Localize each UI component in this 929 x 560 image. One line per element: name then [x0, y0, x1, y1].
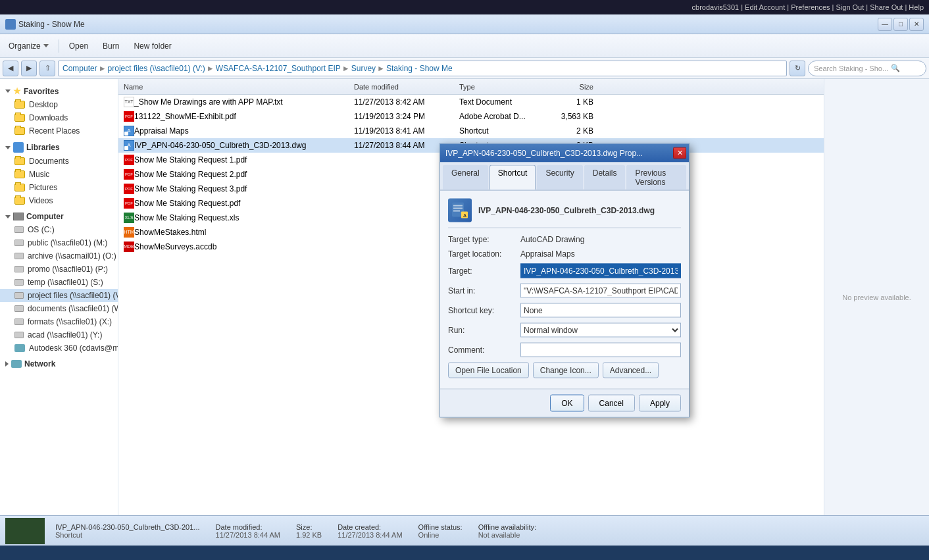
open-file-location-button[interactable]: Open File Location [448, 362, 529, 378]
apply-button[interactable]: Apply [639, 394, 681, 411]
pdf-icon: PDF [124, 155, 134, 165]
forward-button[interactable]: ▶ [21, 61, 37, 76]
address-path[interactable]: Computer ► project files (\\sacfile01) (… [58, 61, 787, 76]
back-button[interactable]: ◀ [3, 61, 18, 76]
search-box[interactable]: Search Staking - Sho... 🔍 [808, 61, 926, 76]
sidebar-item-temp-s[interactable]: temp (\\sacfile01) (S:) [0, 276, 118, 289]
sidebar-favorites-header[interactable]: ★ Favorites [0, 84, 118, 98]
file-name-cell: PDF Show Me Staking Request.pdf [118, 198, 349, 209]
start-in-input[interactable] [520, 283, 681, 297]
dialog-target-location-row: Target location: Appraisal Maps [448, 249, 681, 258]
sidebar-item-project-v[interactable]: project files (\\sacfile01) (V:) [0, 289, 118, 302]
change-icon-button[interactable]: Change Icon... [533, 362, 599, 378]
shortcut-key-input[interactable] [520, 303, 681, 317]
comment-input[interactable] [520, 342, 681, 357]
file-item[interactable]: PDF 131122_ShowME-Exhibit.pdf 11/19/2013… [118, 109, 824, 124]
file-name: ShowMeSurveys.accdb [134, 242, 216, 251]
status-offline-avail: Offline availability: Not available [478, 523, 536, 539]
file-item[interactable]: A Appraisal Maps 11/19/2013 8:41 AM Shor… [118, 124, 824, 138]
pdf-icon: PDF [124, 169, 134, 180]
svg-rect-1 [453, 205, 463, 206]
sidebar-item-downloads[interactable]: Downloads [0, 111, 118, 124]
status-date-modified: Date modified: 11/27/2013 8:44 AM [216, 523, 280, 539]
dialog-target-row: Target: [448, 263, 681, 278]
sidebar-item-os-c[interactable]: OS (C:) [0, 223, 118, 236]
close-button[interactable]: ✕ [909, 18, 924, 31]
tab-security[interactable]: Security [537, 165, 582, 190]
file-size-cell: 2 KB [546, 126, 599, 136]
dialog-title: IVP_APN-046-230-050_Culbreth_C3D-2013.dw… [445, 148, 643, 157]
top-bar: cbrodavis5301 | Edit Account | Preferenc… [0, 0, 929, 14]
file-name: IVP_APN-046-230-050_Culbreth_C3D-2013.dw… [134, 141, 307, 150]
sidebar-item-promo-p[interactable]: promo (\\sacfile01) (P:) [0, 263, 118, 276]
ok-button[interactable]: OK [550, 394, 584, 411]
sidebar-item-videos[interactable]: Videos [0, 194, 118, 207]
path-drive[interactable]: project files (\\sacfile01) (V:) [108, 64, 205, 73]
path-project[interactable]: WSAFCA-SA-12107_Southport EIP [216, 64, 341, 73]
tab-details[interactable]: Details [584, 165, 626, 190]
file-size-cell: 3,563 KB [546, 112, 599, 121]
dialog-close-button[interactable]: ✕ [673, 147, 686, 159]
top-bar-text: cbrodavis5301 | Edit Account | Preferenc… [692, 3, 924, 11]
sidebar-item-autodesk[interactable]: Autodesk 360 (cdavis@markthomas.com) [0, 342, 118, 355]
sidebar-item-desktop[interactable]: Desktop [0, 98, 118, 111]
title-controls: — □ ✕ [878, 18, 924, 31]
organize-button[interactable]: Organize [3, 38, 55, 55]
file-name-cell: XLS Show Me Staking Request.xls [118, 213, 349, 223]
path-staking[interactable]: Staking - Show Me [386, 64, 453, 73]
sidebar-item-pictures[interactable]: Pictures [0, 181, 118, 194]
sidebar-item-acad-y[interactable]: acad (\\sacfile01) (Y:) [0, 328, 118, 342]
sidebar-item-formats-x[interactable]: formats (\\sacfile01) (X:) [0, 315, 118, 328]
tab-general[interactable]: General [443, 165, 488, 190]
burn-button[interactable]: Burn [97, 38, 125, 55]
html-icon: HTM [124, 227, 134, 238]
sidebar-item-documents[interactable]: Documents [0, 155, 118, 168]
column-header-size[interactable]: Size [546, 83, 599, 91]
search-icon: 🔍 [891, 64, 900, 72]
up-button[interactable]: ⇧ [39, 61, 55, 76]
file-modified-cell: 11/27/2013 8:42 AM [349, 97, 454, 107]
file-name-cell: PDF Show Me Staking Request 3.pdf [118, 184, 349, 194]
sidebar-network-header[interactable]: Network [0, 357, 118, 370]
tab-previous-versions[interactable]: Previous Versions [626, 165, 686, 190]
xls-icon: XLS [124, 213, 134, 223]
status-size: Size: 1.92 KB [296, 523, 322, 539]
run-select[interactable]: Normal window [520, 322, 681, 337]
txt-icon: TXT [124, 97, 134, 107]
shortcut-key-label: Shortcut key: [448, 305, 520, 315]
file-name: Show Me Staking Request 1.pdf [134, 155, 247, 165]
drive-m-icon [14, 240, 24, 246]
sidebar-computer-header[interactable]: Computer [0, 210, 118, 223]
column-header-name[interactable]: Name [118, 83, 349, 91]
dialog-file-header: A IVP_APN-046-230-050_Culbreth_C3D-2013.… [448, 198, 681, 228]
new-folder-button[interactable]: New folder [128, 38, 177, 55]
status-filename: IVP_APN-046-230-050_Culbreth_C3D-201... … [55, 523, 200, 539]
path-computer[interactable]: Computer [63, 64, 97, 73]
maximize-button[interactable]: □ [893, 18, 908, 31]
search-placeholder: Search Staking - Sho... [814, 64, 888, 72]
column-header-type[interactable]: Type [454, 83, 546, 91]
column-header-modified[interactable]: Date modified [349, 83, 454, 91]
preview-panel: No preview available. [824, 79, 929, 515]
sidebar-item-public-m[interactable]: public (\\sacfile01) (M:) [0, 236, 118, 249]
sidebar-item-archive-o[interactable]: archive (\\sacmail01) (O:) [0, 249, 118, 263]
target-input[interactable] [520, 263, 681, 278]
refresh-button[interactable]: ↻ [790, 61, 805, 76]
music-folder-icon [14, 170, 25, 178]
target-label: Target: [448, 266, 520, 275]
drive-v-icon [14, 292, 24, 299]
minimize-button[interactable]: — [878, 18, 892, 31]
network-icon [11, 360, 22, 368]
file-type-cell: Text Document [454, 97, 546, 107]
tab-shortcut[interactable]: Shortcut [490, 165, 536, 190]
drive-p-icon [14, 266, 24, 272]
file-item[interactable]: TXT _Show Me Drawings are with APP MAP.t… [118, 95, 824, 109]
path-survey[interactable]: Survey [351, 64, 376, 73]
advanced-button[interactable]: Advanced... [603, 362, 659, 378]
sidebar-item-music[interactable]: Music [0, 168, 118, 181]
cancel-button[interactable]: Cancel [588, 394, 635, 411]
sidebar-libraries-header[interactable]: Libraries [0, 140, 118, 155]
sidebar-item-recent-places[interactable]: Recent Places [0, 124, 118, 138]
sidebar-item-documents-w[interactable]: documents (\\sacfile01) (W:) [0, 302, 118, 315]
open-button[interactable]: Open [63, 38, 94, 55]
